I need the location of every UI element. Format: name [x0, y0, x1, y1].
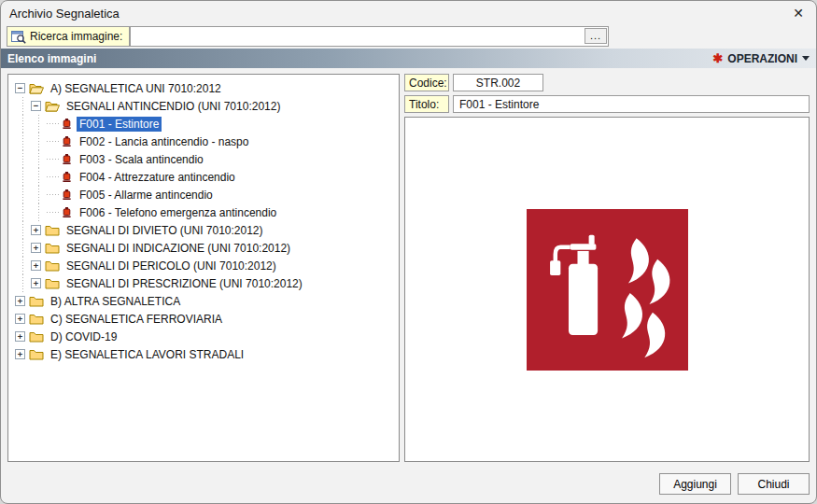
- tree: −A) SEGNALETICA UNI 7010:2012−SEGNALI AN…: [7, 74, 400, 462]
- tree-item[interactable]: −SEGNALI ANTINCENDIO (UNI 7010:2012): [10, 97, 397, 115]
- tree-indent-guide: [15, 221, 31, 239]
- tree-item-label: D) COVID-19: [48, 329, 120, 344]
- open-folder-icon: [29, 82, 44, 94]
- tree-indent-guide: [15, 203, 31, 221]
- browse-button[interactable]: ...: [585, 28, 607, 44]
- tree-item[interactable]: +SEGNALI DI DIVIETO (UNI 7010:2012): [10, 221, 397, 239]
- tree-indent-guide: [15, 274, 31, 292]
- tree-leaf-connector: [47, 115, 61, 133]
- tree-item[interactable]: +B) ALTRA SEGNALETICA: [10, 292, 397, 310]
- tree-leaf-connector: [47, 133, 61, 150]
- expand-icon[interactable]: +: [15, 296, 25, 306]
- list-header-bar: Elenco immagini ✱ OPERAZIONI: [1, 49, 816, 68]
- search-input-wrap: ...: [130, 26, 609, 47]
- tree-item-label: SEGNALI DI PRESCRIZIONE (UNI 7010:2012): [63, 276, 305, 291]
- titolo-value[interactable]: F001 - Estintore: [453, 95, 810, 113]
- tree-indent-guide: [15, 97, 31, 115]
- tree-leaf-connector: [47, 186, 61, 203]
- expand-icon[interactable]: +: [15, 349, 25, 359]
- search-label-box: Ricerca immagine:: [7, 26, 130, 47]
- codice-row: Codice: STR.002: [404, 74, 810, 91]
- tree-item-label: F002 - Lancia antincendio - naspo: [77, 134, 251, 149]
- tree-item-label: F003 - Scala antincendio: [77, 152, 206, 167]
- tree-item[interactable]: F002 - Lancia antincendio - naspo: [10, 133, 397, 150]
- tree-item[interactable]: −A) SEGNALETICA UNI 7010:2012: [10, 79, 397, 97]
- expand-icon[interactable]: +: [31, 278, 41, 288]
- sign-icon: [61, 189, 73, 201]
- folder-icon: [29, 295, 44, 307]
- tree-indent-guide: [15, 168, 31, 186]
- close-icon[interactable]: ✕: [789, 4, 808, 22]
- tree-indent-guide: [15, 257, 31, 274]
- operations-icon: ✱: [712, 52, 723, 64]
- tree-item[interactable]: +D) COVID-19: [10, 328, 397, 345]
- dialog-window: Archivio Segnaletica ✕ Ricerca immagine:…: [0, 0, 817, 504]
- operations-button[interactable]: ✱ OPERAZIONI: [712, 52, 810, 65]
- fire-extinguisher-sign: [527, 209, 688, 371]
- tree-item-label: E) SEGNALETICA LAVORI STRADALI: [48, 347, 247, 362]
- tree-indent-guide: [31, 203, 47, 221]
- search-input[interactable]: [130, 26, 609, 47]
- tree-item[interactable]: +SEGNALI DI PRESCRIZIONE (UNI 7010:2012): [10, 274, 397, 292]
- titolo-label: Titolo:: [404, 95, 449, 113]
- folder-icon: [29, 348, 44, 360]
- expand-icon[interactable]: +: [31, 225, 41, 235]
- footer: Aggiungi Chiudi: [659, 473, 810, 495]
- titlebar: Archivio Segnaletica ✕: [1, 1, 816, 25]
- tree-indent-guide: [31, 133, 47, 150]
- collapse-icon[interactable]: −: [15, 83, 25, 93]
- tree-indent-guide: [15, 133, 31, 150]
- detail-panel: Codice: STR.002 Titolo: F001 - Estintore: [404, 74, 810, 462]
- tree-item-label: A) SEGNALETICA UNI 7010:2012: [48, 81, 224, 96]
- titolo-row: Titolo: F001 - Estintore: [404, 95, 810, 113]
- expand-icon[interactable]: +: [15, 314, 25, 324]
- sign-icon: [61, 135, 73, 147]
- tree-item-label: F006 - Telefono emergenza antincendio: [77, 205, 279, 220]
- tree-item[interactable]: +C) SEGNALETICA FERROVIARIA: [10, 310, 397, 328]
- tree-item[interactable]: F001 - Estintore: [10, 115, 397, 133]
- image-search-icon: [11, 30, 26, 44]
- expand-icon[interactable]: +: [31, 243, 41, 253]
- operations-label: OPERAZIONI: [727, 52, 797, 65]
- tree-item[interactable]: +E) SEGNALETICA LAVORI STRADALI: [10, 345, 397, 363]
- tree-item[interactable]: F006 - Telefono emergenza antincendio: [10, 203, 397, 221]
- collapse-icon[interactable]: −: [31, 101, 41, 111]
- tree-item[interactable]: +SEGNALI DI INDICAZIONE (UNI 7010:2012): [10, 239, 397, 257]
- search-label: Ricerca immagine:: [30, 30, 122, 43]
- chiudi-button[interactable]: Chiudi: [738, 473, 810, 495]
- image-preview-panel: [404, 117, 810, 462]
- folder-icon: [45, 259, 60, 272]
- expand-icon[interactable]: +: [31, 260, 41, 271]
- tree-item[interactable]: F004 - Attrezzature antincendio: [10, 168, 397, 186]
- codice-value[interactable]: STR.002: [453, 74, 543, 91]
- tree-item-label: C) SEGNALETICA FERROVIARIA: [48, 312, 225, 327]
- tree-item[interactable]: F003 - Scala antincendio: [10, 150, 397, 168]
- sign-icon: [61, 171, 73, 183]
- tree-indent-guide: [15, 239, 31, 257]
- tree-item-label: F001 - Estintore: [77, 117, 162, 132]
- window-title: Archivio Segnaletica: [9, 7, 120, 21]
- tree-item-label: F005 - Allarme antincendio: [77, 188, 216, 203]
- tree-leaf-connector: [47, 150, 61, 168]
- tree-indent-guide: [31, 115, 47, 133]
- tree-item-label: B) ALTRA SEGNALETICA: [48, 294, 183, 309]
- tree-indent-guide: [31, 186, 47, 203]
- open-folder-icon: [45, 100, 60, 112]
- tree-leaf-connector: [47, 168, 61, 186]
- folder-icon: [29, 313, 44, 325]
- sign-icon: [61, 118, 73, 130]
- tree-item[interactable]: +SEGNALI DI PERICOLO (UNI 7010:2012): [10, 257, 397, 274]
- expand-icon[interactable]: +: [15, 331, 25, 342]
- tree-item-label: F004 - Attrezzature antincendio: [77, 170, 238, 185]
- sign-icon: [61, 206, 73, 218]
- folder-icon: [29, 330, 44, 343]
- search-row: Ricerca immagine: ...: [7, 26, 810, 47]
- tree-indent-guide: [15, 115, 31, 133]
- folder-icon: [45, 224, 60, 236]
- tree-item[interactable]: F005 - Allarme antincendio: [10, 186, 397, 203]
- chevron-down-icon: [802, 56, 810, 61]
- aggiungi-button[interactable]: Aggiungi: [659, 473, 731, 495]
- tree-indent-guide: [31, 150, 47, 168]
- main-area: −A) SEGNALETICA UNI 7010:2012−SEGNALI AN…: [7, 74, 810, 462]
- tree-item-label: SEGNALI DI INDICAZIONE (UNI 7010:2012): [63, 241, 293, 256]
